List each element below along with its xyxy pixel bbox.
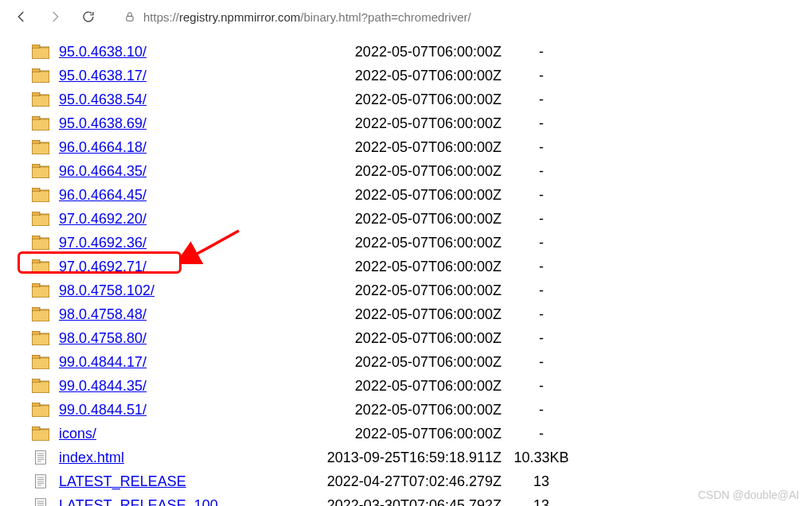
svg-rect-45: [33, 383, 49, 392]
folder-icon: [0, 188, 54, 202]
svg-rect-39: [33, 335, 49, 344]
entry-size: -: [502, 115, 581, 132]
folder-icon: [0, 45, 54, 59]
svg-rect-9: [33, 96, 49, 106]
entry-link[interactable]: 95.0.4638.54/: [59, 91, 146, 107]
folder-icon: [0, 68, 54, 83]
entry-size: -: [502, 378, 581, 395]
entry-link[interactable]: 97.0.4692.71/: [59, 259, 146, 274]
entry-link[interactable]: 98.0.4758.80/: [59, 330, 146, 346]
svg-rect-36: [33, 311, 49, 321]
listing-row: 97.0.4692.36/2022-05-07T06:00:00Z-: [0, 231, 812, 255]
listing-row: 95.0.4638.69/2022-05-07T06:00:00Z-: [0, 111, 812, 135]
listing-row: 95.0.4638.17/2022-05-07T06:00:00Z-: [0, 64, 812, 88]
entry-link[interactable]: 96.0.4664.35/: [59, 163, 146, 179]
entry-date: 2022-05-07T06:00:00Z: [295, 139, 502, 156]
folder-icon: [0, 164, 54, 178]
entry-date: 2022-05-07T06:00:00Z: [295, 91, 502, 108]
svg-rect-50: [32, 426, 40, 430]
svg-rect-21: [33, 192, 49, 201]
svg-rect-11: [32, 116, 40, 120]
entry-link[interactable]: 96.0.4664.18/: [59, 139, 146, 155]
entry-date: 2022-05-07T06:00:00Z: [295, 282, 502, 299]
entry-size: 13: [502, 497, 581, 507]
entry-size: 13: [502, 473, 581, 490]
svg-rect-29: [32, 259, 40, 263]
entry-link[interactable]: 97.0.4692.20/: [59, 211, 146, 227]
folder-icon: [0, 140, 54, 154]
entry-link[interactable]: LATEST_RELEASE_100: [59, 497, 218, 507]
svg-rect-32: [32, 283, 40, 287]
directory-listing: 95.0.4638.10/2022-05-07T06:00:00Z-95.0.4…: [0, 33, 812, 506]
entry-size: -: [502, 44, 581, 60]
entry-size: 10.33KB: [502, 450, 581, 466]
folder-icon: [0, 116, 54, 130]
entry-size: -: [502, 139, 581, 156]
entry-link[interactable]: index.html: [59, 450, 124, 465]
folder-icon: [0, 379, 54, 393]
entry-link[interactable]: 99.0.4844.35/: [59, 378, 146, 394]
entry-link[interactable]: 99.0.4844.17/: [59, 354, 146, 370]
folder-icon: [0, 331, 54, 345]
folder-icon: [0, 307, 54, 321]
listing-row: 98.0.4758.80/2022-05-07T06:00:00Z-: [0, 326, 812, 350]
listing-row: 97.0.4692.71/2022-05-07T06:00:00Z-: [0, 255, 812, 278]
listing-row: 96.0.4664.35/2022-05-07T06:00:00Z-: [0, 159, 812, 183]
entry-date: 2022-05-07T06:00:00Z: [295, 187, 502, 204]
listing-row: index.html2013-09-25T16:59:18.911Z10.33K…: [0, 446, 812, 469]
entry-size: -: [502, 330, 581, 347]
listing-row: 99.0.4844.51/2022-05-07T06:00:00Z-: [0, 398, 812, 422]
listing-row: 98.0.4758.102/2022-05-07T06:00:00Z-: [0, 278, 812, 302]
lock-icon: [124, 10, 135, 23]
entry-date: 2022-05-07T06:00:00Z: [295, 306, 502, 323]
entry-date: 2022-05-07T06:00:00Z: [295, 235, 502, 251]
entry-link[interactable]: 95.0.4638.69/: [59, 115, 146, 131]
svg-rect-14: [32, 140, 40, 144]
svg-rect-6: [33, 72, 49, 82]
entry-link[interactable]: 96.0.4664.45/: [59, 187, 146, 203]
entry-link[interactable]: 99.0.4844.51/: [59, 402, 146, 418]
entry-date: 2022-05-07T06:00:00Z: [295, 330, 502, 347]
refresh-button[interactable]: [73, 4, 103, 29]
listing-row: 95.0.4638.54/2022-05-07T06:00:00Z-: [0, 88, 812, 111]
svg-rect-2: [32, 45, 40, 49]
svg-rect-18: [33, 168, 49, 177]
entry-link[interactable]: 98.0.4758.48/: [59, 306, 146, 322]
entry-link[interactable]: LATEST_RELEASE: [59, 473, 186, 489]
file-icon: [0, 474, 54, 488]
svg-rect-33: [33, 287, 49, 297]
folder-icon: [0, 92, 54, 107]
entry-size: -: [502, 91, 581, 108]
entry-link[interactable]: 95.0.4638.10/: [59, 44, 146, 60]
entry-date: 2013-09-25T16:59:18.911Z: [295, 450, 502, 466]
listing-row: 95.0.4638.10/2022-05-07T06:00:00Z-: [0, 40, 812, 64]
folder-icon: [0, 235, 54, 250]
svg-rect-42: [33, 359, 49, 368]
svg-rect-47: [32, 403, 40, 407]
entry-link[interactable]: icons/: [59, 426, 96, 442]
entry-link[interactable]: 95.0.4638.17/: [59, 68, 146, 84]
entry-link[interactable]: 98.0.4758.102/: [59, 282, 154, 298]
listing-row: 97.0.4692.20/2022-05-07T06:00:00Z-: [0, 207, 812, 231]
listing-row: 99.0.4844.17/2022-05-07T06:00:00Z-: [0, 350, 812, 374]
svg-rect-0: [127, 16, 133, 21]
address-bar[interactable]: https://registry.npmmirror.com/binary.ht…: [116, 4, 806, 29]
back-button[interactable]: [6, 4, 37, 29]
entry-date: 2022-05-07T06:00:00Z: [295, 44, 502, 60]
entry-size: -: [502, 259, 581, 275]
svg-rect-23: [32, 212, 40, 216]
svg-rect-44: [32, 379, 40, 383]
entry-date: 2022-05-07T06:00:00Z: [295, 378, 502, 395]
entry-link[interactable]: 97.0.4692.36/: [59, 235, 146, 251]
entry-size: -: [502, 235, 581, 251]
file-icon: [0, 450, 54, 465]
listing-row: 96.0.4664.45/2022-05-07T06:00:00Z-: [0, 183, 812, 207]
entry-size: -: [502, 187, 581, 204]
forward-button[interactable]: [40, 4, 70, 29]
entry-date: 2022-05-07T06:00:00Z: [295, 354, 502, 371]
entry-size: -: [502, 282, 581, 299]
entry-size: -: [502, 426, 581, 442]
entry-size: -: [502, 163, 581, 180]
svg-rect-5: [32, 68, 40, 72]
entry-size: -: [502, 68, 581, 84]
